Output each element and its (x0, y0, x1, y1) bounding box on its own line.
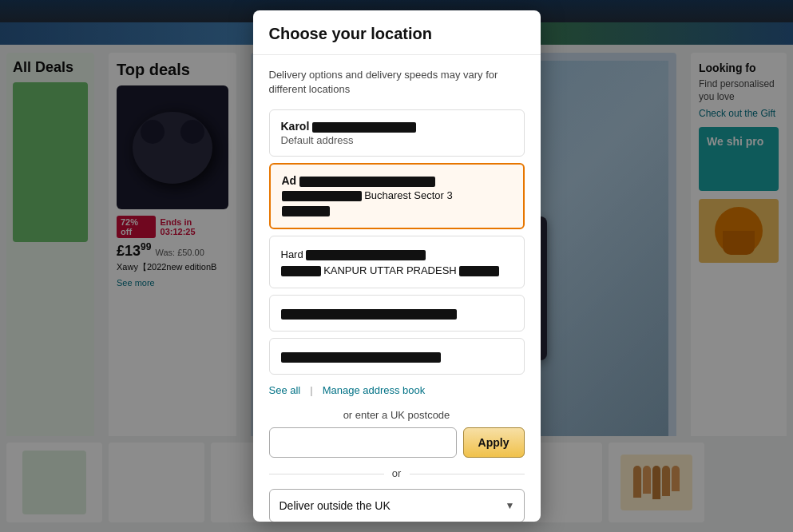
modal-body: Delivery options and delivery speeds may… (253, 55, 541, 522)
apply-button[interactable]: Apply (463, 427, 525, 458)
deliver-outside-wrapper[interactable]: Deliver outside the UK ▼ (269, 489, 525, 522)
postcode-row: Apply (269, 427, 525, 458)
see-all-link[interactable]: See all (269, 384, 301, 396)
address-detail-3: Hard (281, 248, 513, 262)
address-name-1: Karol (281, 120, 513, 133)
modal-links-area: See all | Manage address book (269, 384, 525, 396)
location-modal: Choose your location Delivery options an… (253, 10, 541, 522)
modal-header: Choose your location (253, 10, 541, 55)
address-detail-5 (281, 350, 513, 364)
address-card-2[interactable]: Ad Bucharest Sector 3 (269, 163, 525, 228)
postcode-label: or enter a UK postcode (269, 409, 525, 421)
redacted-name-2 (299, 177, 435, 187)
address-name-2: Ad (282, 174, 512, 187)
modal-title: Choose your location (269, 25, 525, 43)
address-card-4[interactable] (269, 295, 525, 332)
address-detail-2: Bucharest Sector 3 (282, 189, 512, 203)
deliver-outside-select[interactable]: Deliver outside the UK (269, 489, 525, 522)
manage-address-link[interactable]: Manage address book (323, 384, 426, 396)
postcode-input[interactable] (269, 427, 457, 458)
address-card-5[interactable] (269, 338, 525, 375)
address-card-1[interactable]: Karol Default address (269, 109, 525, 157)
address-city-3: KANPUR UTTAR PRADESH (281, 264, 513, 278)
address-detail-extra-2 (282, 204, 512, 218)
postcode-section: or enter a UK postcode Apply (269, 409, 525, 458)
modal-subtitle: Delivery options and delivery speeds may… (269, 68, 525, 97)
address-default-label: Default address (281, 134, 513, 146)
address-card-3[interactable]: Hard KANPUR UTTAR PRADESH (269, 236, 525, 288)
address-detail-4 (281, 307, 513, 321)
redacted-name-1 (312, 122, 416, 133)
modal-overlay: Choose your location Delivery options an… (0, 0, 793, 532)
or-divider: or (269, 467, 525, 479)
